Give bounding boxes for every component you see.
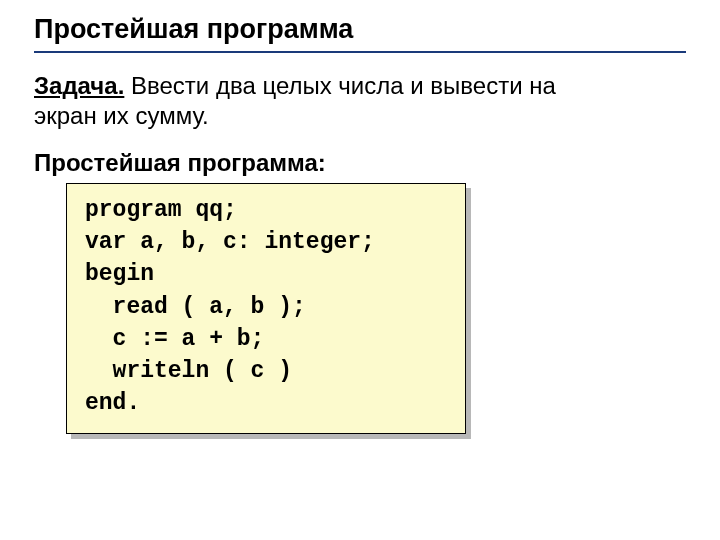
code-line-2: begin	[85, 258, 447, 290]
page-title: Простейшая программа	[34, 14, 686, 45]
code-line-6: end.	[85, 387, 447, 419]
task-text-line1: Ввести два целых числа и вывести на	[124, 72, 556, 99]
code-line-3: read ( a, b );	[85, 291, 447, 323]
code-line-0: program qq;	[85, 194, 447, 226]
task-block: Задача. Ввести два целых числа и вывести…	[34, 71, 686, 131]
subtitle: Простейшая программа:	[34, 149, 686, 177]
code-box: program qq;var a, b, c: integer;beginrea…	[66, 183, 466, 434]
code-block: program qq;var a, b, c: integer;beginrea…	[66, 183, 466, 434]
title-underline	[34, 51, 686, 53]
task-label: Задача.	[34, 72, 124, 99]
task-text-line2: экран их сумму.	[34, 102, 209, 129]
code-line-1: var a, b, c: integer;	[85, 226, 447, 258]
code-line-4: c := a + b;	[85, 323, 447, 355]
code-line-5: writeln ( c )	[85, 355, 447, 387]
